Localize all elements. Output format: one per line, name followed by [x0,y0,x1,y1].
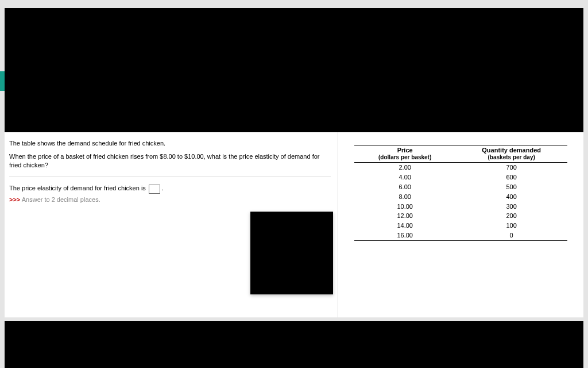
cell-qty: 500 [455,182,567,192]
top-redacted-region [5,8,583,132]
hint-prefix: >>> [9,196,20,203]
header-price: Price (dollars per basket) [354,145,455,163]
cell-price: 12.00 [354,211,455,221]
header-qty-sub: (baskets per day) [458,154,565,161]
cell-price: 16.00 [354,231,455,240]
bottom-redacted-region [5,321,583,368]
hint-text: Answer to 2 decimal places. [20,196,100,203]
table-row: 14.00100 [354,221,567,231]
answer-prefix: The price elasticity of demand for fried… [9,185,148,191]
cell-qty: 600 [455,172,567,182]
table-row: 16.000 [354,231,567,240]
cell-price: 8.00 [354,192,455,202]
table-row: 8.00400 [354,192,567,202]
cell-qty: 200 [455,211,567,221]
answer-input[interactable] [149,185,160,194]
answer-line: The price elasticity of demand for fried… [9,184,331,193]
header-price-sub: (dollars per basket) [357,154,453,161]
cell-qty: 400 [455,192,567,202]
page: The table shows the demand schedule for … [0,0,588,368]
cell-price: 10.00 [354,202,455,212]
cell-price: 14.00 [354,221,455,231]
table-row: 2.00700 [354,163,567,172]
table-row: 4.00600 [354,172,567,182]
cell-price: 6.00 [354,182,455,192]
table-row: 6.00500 [354,182,567,192]
answer-suffix: . [161,185,163,191]
table-column: Price (dollars per basket) Quantity dema… [338,132,583,317]
cell-qty: 100 [455,221,567,231]
header-qty: Quantity demanded (baskets per day) [455,145,567,163]
table-row: 10.00300 [354,202,567,212]
cell-price: 2.00 [354,163,455,172]
cell-price: 4.00 [354,172,455,182]
demand-table: Price (dollars per basket) Quantity dema… [354,145,567,241]
question-prompt: When the price of a basket of fried chic… [9,152,331,177]
cell-qty: 700 [455,163,567,172]
table-header-row: Price (dollars per basket) Quantity dema… [354,145,567,163]
header-price-title: Price [397,147,413,154]
cell-qty: 0 [455,231,567,240]
table-body: 2.00700 4.00600 6.00500 8.00400 10.00300… [354,163,567,241]
answer-hint: >>> Answer to 2 decimal places. [9,196,331,203]
header-qty-title: Quantity demanded [482,147,541,154]
floating-redacted-region [250,212,333,294]
table-row: 12.00200 [354,211,567,221]
cell-qty: 300 [455,202,567,212]
question-intro: The table shows the demand schedule for … [9,139,331,148]
